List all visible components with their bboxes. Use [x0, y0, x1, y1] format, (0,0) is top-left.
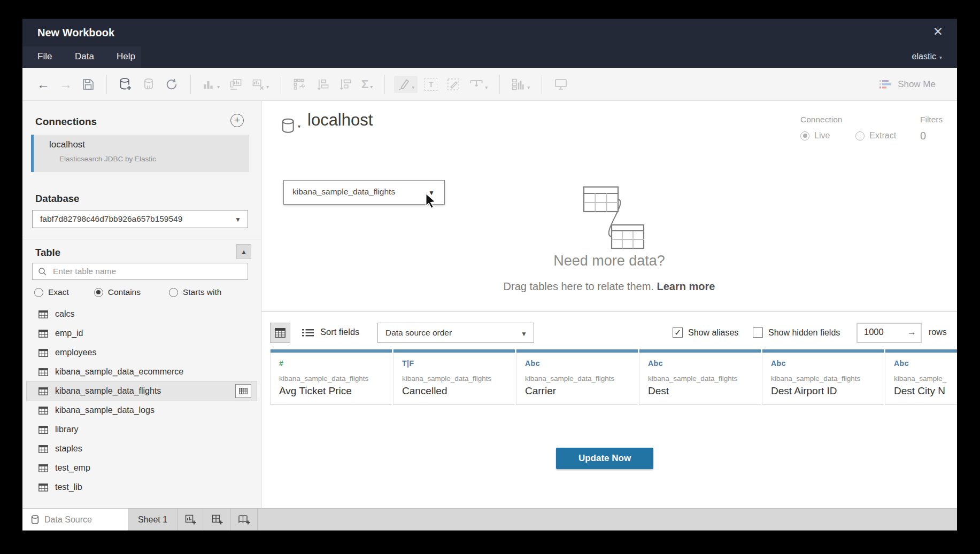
highlight-icon: ▾ — [394, 76, 418, 93]
close-icon[interactable]: ✕ — [933, 26, 943, 38]
undo-icon[interactable]: ← — [37, 78, 50, 91]
field-type-icon: Abc — [648, 359, 761, 368]
show-aliases-checkbox[interactable] — [673, 327, 683, 338]
table-list: calcs emp_id employees kibana_sample_dat… — [22, 305, 261, 497]
field-column[interactable]: Abc kibana_sample_ Dest City N — [885, 349, 957, 405]
new-story-button[interactable] — [231, 509, 258, 530]
sort-order-value: Data source order — [385, 328, 452, 338]
dropdown-caret-icon: ▼ — [235, 216, 241, 223]
connection-label: Connection — [800, 115, 896, 124]
new-worksheet-icon — [185, 514, 197, 526]
tab-data-source[interactable]: Data Source — [22, 509, 128, 530]
sort-fields-label: Sort fields — [320, 327, 359, 337]
show-cards-icon: ▾ — [512, 78, 530, 91]
scroll-up-button[interactable]: ▲ — [236, 244, 251, 259]
table-search-box[interactable] — [32, 263, 248, 280]
connections-sidebar: Connections + localhost Elasticsearch JD… — [22, 101, 261, 508]
rows-input-box[interactable]: → — [856, 323, 922, 343]
toolbar-separator — [384, 75, 385, 94]
menu-data[interactable]: Data — [75, 51, 94, 62]
filters-count[interactable]: 0 — [920, 130, 943, 142]
field-source: kibana_sample_data_flights — [525, 374, 638, 383]
list-view-button[interactable] — [298, 323, 318, 343]
empty-state-subtext: Drag tables here to relate them. Learn m… — [261, 280, 957, 293]
data-source-type-button[interactable]: ▾ — [281, 118, 300, 135]
refresh-icon[interactable] — [165, 77, 179, 91]
search-icon — [38, 267, 47, 276]
list-view-icon — [302, 328, 314, 338]
table-row[interactable]: emp_id — [22, 324, 261, 343]
connection-item-localhost[interactable]: localhost Elasticsearch JDBC by Elastic — [31, 135, 249, 172]
add-connection-button[interactable]: + — [230, 114, 244, 127]
field-column[interactable]: Abc kibana_sample_data_flights Carrier — [516, 349, 638, 405]
field-column[interactable]: T|F kibana_sample_data_flights Cancelled — [393, 349, 515, 405]
sort-order-select[interactable]: Data source order ▼ — [377, 323, 534, 343]
radio-extract-label: Extract — [869, 131, 896, 141]
table-row[interactable]: staples — [22, 439, 261, 458]
field-column[interactable]: Abc kibana_sample_data_flights Dest Airp… — [762, 349, 884, 405]
field-column[interactable]: # kibana_sample_data_flights Avg Ticket … — [270, 349, 392, 405]
show-me-button[interactable]: Show Me — [879, 68, 936, 101]
radio-live[interactable] — [800, 131, 809, 141]
table-row[interactable]: test_lib — [22, 478, 261, 497]
connection-name: localhost — [49, 139, 85, 150]
table-row[interactable]: calcs — [22, 305, 261, 324]
show-me-icon — [879, 80, 892, 90]
radio-extract[interactable] — [855, 131, 865, 141]
table-row-selected[interactable]: kibana_sample_data_flights — [27, 381, 257, 401]
show-hidden-checkbox[interactable] — [753, 327, 763, 338]
field-source: kibana_sample_data_flights — [771, 374, 884, 383]
grid-view-button[interactable] — [270, 323, 290, 343]
logical-table-chip[interactable]: kibana_sample_data_flights ▼ — [283, 180, 445, 205]
field-name: Dest City N — [894, 385, 957, 397]
new-worksheet-icon: ▾ — [203, 79, 220, 90]
filters-block: Filters 0 — [920, 115, 943, 142]
window-title: New Workbook — [37, 27, 114, 39]
table-icon — [38, 349, 48, 357]
fit-width-icon: ▾ — [469, 78, 488, 91]
view-data-button[interactable] — [235, 384, 251, 398]
database-select[interactable]: fabf7d82798c46d7bb926a657b159549 ▼ — [32, 210, 248, 228]
table-row[interactable]: kibana_sample_data_ecommerce — [22, 362, 261, 381]
data-source-canvas: ▾ localhost Connection Live Extract Filt… — [261, 101, 957, 508]
rows-input[interactable] — [863, 326, 900, 338]
table-row[interactable]: employees — [22, 343, 261, 362]
table-chip-label: kibana_sample_data_flights — [292, 187, 395, 197]
new-data-source-icon[interactable] — [119, 77, 133, 91]
menu-help[interactable]: Help — [117, 51, 135, 62]
show-hidden-label: Show hidden fields — [768, 328, 840, 338]
field-type-icon: Abc — [894, 359, 957, 368]
radio-contains[interactable] — [94, 288, 103, 297]
pause-updates-icon — [142, 78, 155, 91]
apply-rows-icon[interactable]: → — [907, 327, 916, 338]
table-icon — [38, 483, 48, 491]
table-row[interactable]: test_emp — [22, 458, 261, 478]
field-type-icon: Abc — [525, 359, 638, 368]
caret-icon: ▾ — [298, 123, 300, 130]
update-now-button[interactable]: Update Now — [556, 448, 653, 469]
user-menu[interactable]: elastic▾ — [912, 52, 942, 61]
tab-sheet1[interactable]: Sheet 1 — [128, 509, 178, 530]
table-row[interactable]: library — [22, 420, 261, 439]
table-header: Table — [35, 247, 60, 259]
radio-exact[interactable] — [34, 288, 43, 297]
show-aliases-control: Show aliases — [673, 327, 738, 338]
table-row[interactable]: kibana_sample_data_logs — [22, 401, 261, 420]
field-columns: # kibana_sample_data_flights Avg Ticket … — [270, 349, 957, 405]
field-column[interactable]: Abc kibana_sample_data_flights Dest — [639, 349, 761, 405]
field-type-icon: Abc — [771, 359, 884, 368]
new-dashboard-button[interactable] — [204, 509, 231, 530]
menu-file[interactable]: File — [37, 51, 52, 62]
show-hidden-control: Show hidden fields — [753, 327, 840, 338]
database-value: fabf7d82798c46d7bb926a657b159549 — [40, 214, 182, 224]
caret-icon: ▾ — [527, 84, 530, 91]
learn-more-link[interactable]: Learn more — [657, 280, 715, 292]
caret-icon: ▾ — [370, 84, 373, 90]
save-icon[interactable] — [82, 78, 95, 91]
new-worksheet-button[interactable] — [178, 509, 204, 530]
table-icon — [38, 310, 48, 318]
table-search-input[interactable] — [52, 266, 228, 277]
radio-starts-with[interactable] — [169, 288, 178, 297]
toolbar-separator — [190, 75, 191, 94]
field-type-icon: # — [279, 359, 392, 368]
